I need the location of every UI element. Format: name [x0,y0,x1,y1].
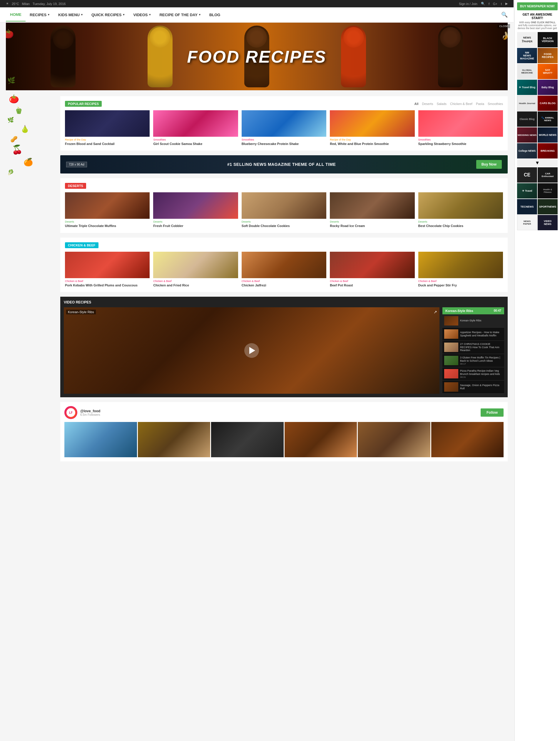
popular-label: POPULAR RECIPES [65,101,102,107]
popular-header: POPULAR RECIPES All Deserts Salads Chick… [65,101,503,107]
nav-home[interactable]: HOME [6,8,25,21]
follow-button[interactable]: Follow [481,408,503,417]
demo-health-fitness[interactable]: Health &Fitness [538,183,558,198]
list-item[interactable]: Smoothies Blueberry Cheesecake Protein S… [241,110,326,146]
demo-breaking[interactable]: BREAKING [538,143,558,158]
demo-animal[interactable]: 🐾 ANIMAL NEWS [538,112,558,127]
nav-recipes[interactable]: RECIPES ▼ [25,8,54,21]
demo-medicine[interactable]: GLOBALMEDICINE [517,64,537,79]
list-item[interactable]: Deserts Ultimate Triple Chocolate Muffin… [65,192,150,228]
list-item[interactable]: Deserts Best Chocolate Chip Cookies [418,192,503,228]
twitter-icon[interactable]: t [501,2,502,6]
googleplus-icon[interactable]: G+ [493,2,497,6]
buy-newspaper-btn[interactable]: BUY NEWSPAPER NOW! [517,2,558,10]
demo-travel2[interactable]: ✈ Travel [517,183,537,198]
list-item[interactable]: Deserts Soft Double Chocolate Cookies [241,192,326,228]
search-icon-top[interactable]: 🔍 [481,2,485,6]
demos-grid: NEWS7PAPER BLACKVERSION NMNEWS MAGAZINE … [517,32,558,230]
demo-tecnews[interactable]: TECNEWS [517,199,537,214]
list-item[interactable]: Chicken & Beef Chicken and Fried Rice [153,252,238,287]
demo-baby[interactable]: Baby Blog [538,80,558,95]
hero-banner: Food Recipes 🍅 🍌 🌿 [6,23,508,90]
social-photo[interactable] [285,422,357,457]
playlist-item[interactable]: 3 Gluten Free Muffin Tin Recipes | Back … [442,354,504,367]
demo-chevron[interactable]: ▼ [517,159,558,167]
nav-quick-recipes[interactable]: QUICK RECIPES ▼ [87,8,129,21]
ad-headline: GET AN AWESOME START! [517,13,558,20]
filter-pasta[interactable]: Pasta [476,102,484,106]
ad-right-sidebar: BUY NEWSPAPER NOW! GET AN AWESOME START!… [514,0,560,741]
video-player: Korean-Style Ribs ↗ [64,307,439,394]
nav-videos[interactable]: VIDEOS ▼ [129,8,155,21]
social-grid [64,422,503,457]
hero-title: Food Recipes [187,47,326,66]
filter-salads[interactable]: Salads [436,102,446,106]
youtube-icon[interactable]: ▶ [505,2,508,6]
date: Tuesday, July 19, 2016 [32,2,66,6]
demo-nm[interactable]: NMNEWS MAGAZINE [517,48,537,63]
nav-blog[interactable]: BLOG [205,8,225,21]
playlist-item[interactable]: Sausage, Onion & Peppers Pizza Roll [442,381,504,394]
demo-cars-blog[interactable]: CARS BLOG [538,95,558,111]
signin-link[interactable]: Sign in / Join [459,2,477,6]
list-item[interactable]: Deserts Rocky Road Ice Cream [330,192,415,228]
social-photo[interactable] [431,422,504,457]
social-handle: @love_food [80,409,100,413]
playlist-item[interactable]: 27 CHRISTMAS COOKIE RECIPES How To Cook … [442,341,504,354]
list-item[interactable]: Chicken & Beef Pork Kebabs With Grilled … [65,252,150,287]
nav-bar: HOME RECIPES ▼ KIDS MENU ▼ QUICK RECIPES… [0,7,513,23]
filter-deserts[interactable]: Deserts [422,102,433,106]
social-section: LF @love_food 6.5m Followers Follow [60,402,508,461]
demo-newspaper2[interactable]: NEWSPAPER [517,215,537,230]
nav-kids-menu[interactable]: KIDS MENU ▼ [54,8,87,21]
demo-wedding[interactable]: WEDDING NEWS [517,127,537,143]
filter-smoothies[interactable]: Smoothies [488,102,503,106]
top-bar-left: ☀ 25°C Milan Tuesday, July 19, 2016 [6,2,66,6]
facebook-icon[interactable]: f [489,2,489,6]
chicken-section: CHICKEN & BEEF Chicken & Beef Pork Kebab… [60,238,508,292]
social-photo[interactable] [138,422,210,457]
list-item[interactable]: Chicken & Beef Beef Pot Roast [330,252,415,287]
list-item[interactable]: Chicken & Beef Chicken Jalfrezi [241,252,326,287]
ad-badge: 728 x 90 Ad [66,162,87,167]
nav-recipe-of-day[interactable]: RECIPE OF THE DAY ▼ [155,8,205,21]
chicken-grid: Chicken & Beef Pork Kebabs With Grilled … [65,252,503,287]
demo-ce[interactable]: CE [517,167,537,183]
demo-food[interactable]: FOODRECIPES [538,48,558,63]
list-item[interactable]: Deserts Fresh Fruit Cobbler [153,192,238,228]
social-photo[interactable] [64,422,137,457]
list-item[interactable]: Recipe of the Day Red, White and Blue Pr… [330,110,415,146]
demo-college[interactable]: College NEWS [517,143,537,158]
demo-newspaper[interactable]: NEWS7PAPER [517,32,537,47]
demo-health-journal[interactable]: Health Journal [517,95,537,111]
playlist-item[interactable]: Korean-Style Ribs [442,314,504,328]
list-item[interactable]: Smoothies Girl Scout Cookie Samoa Shake [153,110,238,146]
search-icon-nav[interactable]: 🔍 [501,11,508,18]
video-play-btn[interactable] [244,343,259,358]
filter-all[interactable]: All [414,102,418,106]
demo-world[interactable]: WORLD NEWS [538,127,558,143]
list-item[interactable]: Chicken & Beef Duck and Pepper Stir Fry [418,252,503,287]
demo-videonews[interactable]: VIDEONEWS [538,215,558,230]
social-photo[interactable] [358,422,430,457]
ad-buy-btn[interactable]: Buy Now [476,160,502,169]
top-bar: ☀ 25°C Milan Tuesday, July 19, 2016 Sign… [0,0,513,7]
playlist-header: Korean-Style Ribs 00:47 [442,307,504,314]
playlist-item[interactable]: Pizza Paratha Recipe-Indian Veg Brunch b… [442,367,504,381]
social-photo[interactable] [211,422,284,457]
demo-travel-blog[interactable]: ✈ Travel Blog [517,80,537,95]
share-icon[interactable]: ↗ [434,310,437,314]
demo-sportnews[interactable]: SPORTNEWS [538,199,558,214]
popular-grid: Recipe of the Day Frozen Blood and Sand … [65,110,503,146]
demo-classic[interactable]: Classic Blog [517,112,537,127]
chicken-label: CHICKEN & BEEF [65,242,98,248]
close-button[interactable]: CLOSE [497,24,510,28]
filter-chicken[interactable]: Chicken & Beef [450,102,472,106]
social-profile: LF @love_food 6.5m Followers [64,406,100,419]
demo-car-enthusiast[interactable]: CAREnthusiast [538,167,558,183]
playlist-item[interactable]: Appetizer Recipes - How to Make Spaghett… [442,328,504,341]
list-item[interactable]: Smoothies Sparkling Strawberry Smoothie [418,110,503,146]
demo-black[interactable]: BLACKVERSION [538,32,558,47]
demo-say[interactable]: SAYWHAT? [538,64,558,79]
list-item[interactable]: Recipe of the Day Frozen Blood and Sand … [65,110,150,146]
